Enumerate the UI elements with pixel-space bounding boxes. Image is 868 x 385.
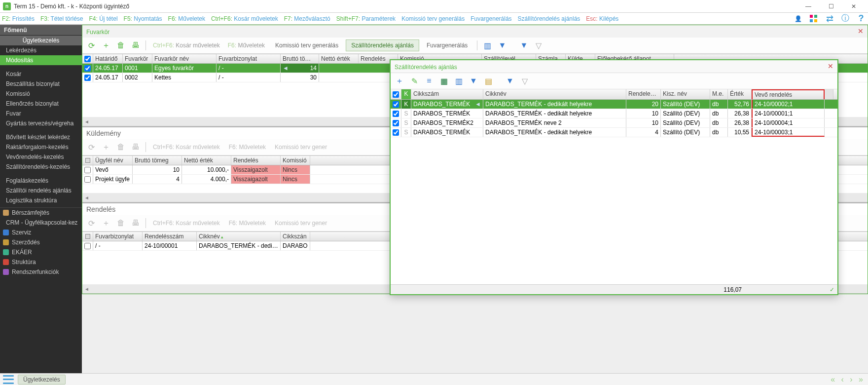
column-header[interactable]: Nettó érték bbox=[182, 156, 231, 165]
column-header[interactable]: Rendelésszám bbox=[143, 232, 197, 241]
minimize-button[interactable]: — bbox=[797, 0, 820, 12]
sidebar-module[interactable]: CRM - Ügyfélkapcsolat-kez bbox=[0, 218, 82, 228]
toolbar-action[interactable]: Ctrl+F6: Kosár műveletek bbox=[150, 42, 223, 49]
menu-item[interactable]: F3: Tétel törlése bbox=[40, 15, 83, 22]
menu-item[interactable]: Komissió terv generálás bbox=[401, 15, 465, 22]
column-header[interactable]: Komissió bbox=[281, 156, 310, 165]
column-header[interactable]: Fuvarbizonylat bbox=[217, 54, 281, 63]
sidebar-item[interactable]: Raktárforgalom-kezelés bbox=[0, 142, 82, 152]
fuvarkor-close-icon[interactable]: ✕ bbox=[858, 27, 864, 35]
add-icon[interactable]: ＋ bbox=[100, 39, 112, 51]
sidebar-item[interactable]: Szállítórendelés-kezelés bbox=[0, 162, 82, 172]
apps-icon[interactable] bbox=[809, 14, 819, 24]
user-icon[interactable]: 👤 bbox=[793, 14, 803, 24]
column-header[interactable]: Vevő rendelés bbox=[752, 89, 825, 99]
refresh-icon[interactable]: ⟳ bbox=[85, 39, 97, 51]
help-icon[interactable]: ? bbox=[856, 14, 866, 24]
maximize-button[interactable]: ☐ bbox=[820, 0, 842, 12]
sidebar-item[interactable]: Bővített készlet lekérdez bbox=[0, 132, 82, 142]
close-button[interactable]: ✕ bbox=[842, 0, 865, 12]
status-module-badge[interactable]: Ügyletkezelés bbox=[18, 375, 66, 385]
list-icon[interactable]: ≡ bbox=[423, 75, 435, 87]
sidebar-module[interactable]: Szerződés bbox=[0, 237, 82, 247]
popup-close-icon[interactable]: ✕ bbox=[828, 62, 833, 70]
column-header[interactable]: Rendelendő bbox=[626, 89, 661, 99]
filter-active-icon[interactable]: ▼ bbox=[504, 75, 516, 87]
sidebar-module[interactable]: Rendszerfunkciók bbox=[0, 267, 82, 277]
edit-icon[interactable]: ✎ bbox=[408, 75, 420, 87]
menu-item[interactable]: F5: Nyomtatás bbox=[124, 15, 162, 22]
filter-icon[interactable]: ▼ bbox=[496, 39, 508, 51]
table-row[interactable]: SDARABOS_TERMÉKDARABOS_TERMÉK - dedikált… bbox=[391, 109, 837, 118]
nav-arrows[interactable]: « ‹ › » bbox=[831, 375, 865, 384]
menu-item[interactable]: Ctrl+F6: Kosár műveletek bbox=[211, 15, 278, 22]
sidebar-item[interactable]: Fuvar bbox=[0, 109, 82, 118]
column-header[interactable]: Határidő bbox=[93, 54, 123, 63]
menu-item[interactable]: F6: Műveletek bbox=[168, 15, 205, 22]
column-header[interactable]: Ügyfél név bbox=[93, 156, 133, 165]
sync-icon[interactable]: ⇄ bbox=[825, 14, 834, 24]
sidebar-item[interactable]: Vevőrendelés-kezelés bbox=[0, 152, 82, 162]
add-icon[interactable]: ＋ bbox=[394, 75, 405, 87]
filter-clear-icon[interactable]: ▽ bbox=[519, 75, 531, 87]
column-header[interactable]: Rendelés bbox=[231, 156, 281, 165]
toolbar-action[interactable]: Szállítórendelés ajánlás bbox=[346, 39, 419, 51]
sidebar-item[interactable]: Komissió bbox=[0, 89, 82, 99]
menu-item[interactable]: Fuvargenerálás bbox=[470, 15, 511, 22]
column-header[interactable]: M.e. bbox=[710, 89, 728, 99]
menu-item[interactable]: F7: Mezőválasztó bbox=[284, 15, 330, 22]
col-checkbox[interactable] bbox=[82, 156, 93, 165]
sidebar-item[interactable]: Beszállítás bizonylat bbox=[0, 79, 82, 89]
col-checkbox[interactable] bbox=[82, 54, 93, 63]
column-header[interactable]: Bruttó tömeg bbox=[133, 156, 182, 165]
sidebar-item[interactable]: Kosár bbox=[0, 69, 82, 79]
sidebar-module[interactable]: Struktúra bbox=[0, 257, 82, 267]
popup-grid[interactable]: KCikkszámCikknévRendelendőKisz. névM.e.É… bbox=[391, 89, 837, 294]
menu-item[interactable]: Esc: Kilépés bbox=[586, 15, 618, 22]
sidebar-item[interactable]: Foglaláskezelés bbox=[0, 176, 82, 186]
sidebar-item[interactable]: Logisztika struktúra bbox=[0, 195, 82, 205]
filter-icon[interactable]: ▼ bbox=[468, 75, 479, 87]
sidebar-item[interactable]: Módosítás bbox=[0, 55, 82, 65]
column-header[interactable]: K bbox=[401, 89, 411, 99]
menu-item[interactable]: F2: Frissítés bbox=[2, 15, 35, 22]
column-header[interactable]: Bruttó tö… bbox=[281, 54, 319, 63]
column-header[interactable]: Érték bbox=[728, 89, 752, 99]
hamburger-icon[interactable] bbox=[3, 375, 14, 384]
toolbar-action[interactable]: Fuvargenerálás bbox=[421, 39, 473, 51]
sidebar-item[interactable]: Ellenőrzés bizonylat bbox=[0, 99, 82, 109]
column-header[interactable]: Fuvarkör bbox=[123, 54, 152, 63]
col-checkbox[interactable] bbox=[391, 89, 401, 99]
menu-item[interactable]: Shift+F7: Paraméterek bbox=[336, 15, 396, 22]
column-header[interactable]: Cikkszán bbox=[281, 232, 310, 241]
sidebar-item[interactable]: Gyártás tervezés/végreha bbox=[0, 118, 82, 128]
column-header[interactable]: Fuvarkör név bbox=[152, 54, 217, 63]
filter-clear-icon[interactable]: ▽ bbox=[533, 39, 544, 51]
filter-active-icon[interactable]: ▼ bbox=[518, 39, 530, 51]
sidebar-module[interactable]: Bérszámfejtés bbox=[0, 208, 82, 218]
column-header[interactable]: Cikknév bbox=[197, 232, 281, 241]
delete-icon[interactable]: 🗑 bbox=[115, 39, 127, 51]
toolbar-action[interactable]: Komissió terv generálás bbox=[270, 39, 344, 51]
menu-item[interactable]: F4: Új tétel bbox=[89, 15, 118, 22]
menu-item[interactable]: Szállítórendelés ajánlás bbox=[518, 15, 580, 22]
column-header[interactable]: Cikknév bbox=[483, 89, 626, 99]
sidebar-item[interactable]: Lekérdezés bbox=[0, 45, 82, 55]
column-header[interactable]: Fuvarbizonylat bbox=[93, 232, 143, 241]
col-checkbox[interactable] bbox=[82, 232, 93, 241]
sidebar-item[interactable]: Szállítói rendelés ajánlás bbox=[0, 186, 82, 195]
confirm-icon[interactable]: ✓ bbox=[827, 286, 837, 293]
column-header[interactable]: Nettó érték bbox=[319, 54, 359, 63]
table-row[interactable]: SDARABOS_TERMÉKDARABOS_TERMÉK - dedikált… bbox=[391, 128, 837, 137]
column-header[interactable]: Cikkszám bbox=[411, 89, 483, 99]
table-row[interactable]: SDARABOS_TERMÉK2DARABOS_TERMÉK neve 210S… bbox=[391, 118, 837, 128]
table-row[interactable]: KDARABOS_TERMÉK◄DARABOS_TERMÉK - dedikál… bbox=[391, 100, 837, 109]
column-header[interactable]: Kisz. név bbox=[661, 89, 710, 99]
sidebar-module[interactable]: EKÁER bbox=[0, 247, 82, 257]
excel-icon[interactable]: ▦ bbox=[438, 75, 450, 87]
columns-icon[interactable]: ▥ bbox=[481, 39, 493, 51]
columns-icon[interactable]: ▥ bbox=[453, 75, 465, 87]
print-icon[interactable]: 🖶 bbox=[130, 39, 142, 51]
info-icon[interactable]: ⓘ bbox=[840, 14, 850, 24]
toolbar-action[interactable]: F6: Műveletek bbox=[225, 42, 268, 49]
